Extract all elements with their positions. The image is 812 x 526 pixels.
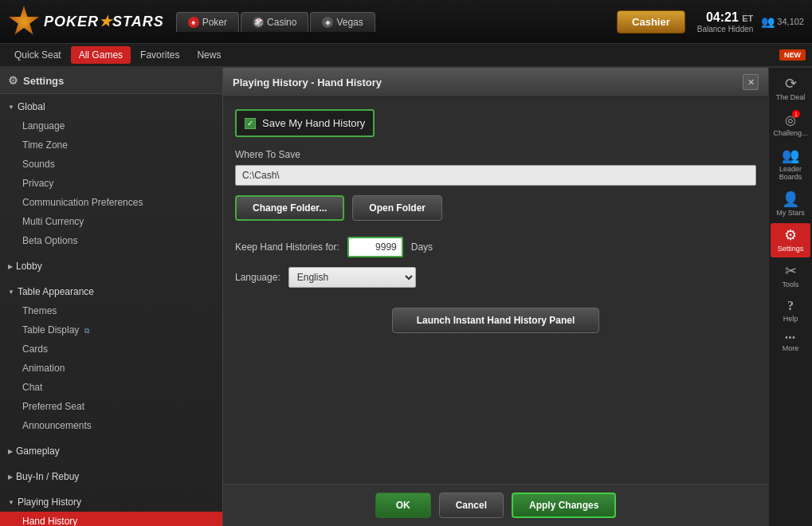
- ok-button[interactable]: OK: [375, 493, 431, 518]
- settings-sidebar: ⚙ Settings ▼ Global Language Time Zone S…: [0, 68, 223, 526]
- save-path-input[interactable]: [235, 165, 756, 186]
- settings-icon: ⚙: [784, 228, 797, 242]
- launch-btn-container: Launch Instant Hand History Panel: [235, 300, 756, 333]
- right-item-settings[interactable]: ⚙ Settings: [771, 223, 810, 257]
- apply-changes-button[interactable]: Apply Changes: [512, 493, 616, 518]
- content-title: Playing History - Hand History: [233, 77, 382, 88]
- sidebar-title: ⚙ Settings: [0, 68, 222, 94]
- nav-bar: Quick Seat All Games Favorites News NEW: [0, 44, 812, 68]
- sidebar-item-animation[interactable]: Animation: [0, 359, 222, 378]
- casino-icon: 🎲: [253, 17, 264, 28]
- arrow-icon: ▼: [8, 499, 14, 506]
- clock-display: 04:21 ET: [706, 10, 753, 25]
- sidebar-item-tabledisplay[interactable]: Table Display ⧉: [0, 320, 222, 340]
- sidebar-item-announcements[interactable]: Announcements: [0, 416, 222, 435]
- cancel-button[interactable]: Cancel: [439, 493, 504, 518]
- right-sidebar: ⟳ The Deal ◎ 1 Challeng... 👥 Leader Boar…: [768, 68, 812, 526]
- challenge-icon: ◎ 1: [785, 112, 796, 127]
- language-label: Language:: [235, 272, 280, 283]
- sidebar-section-buyin: ▶ Buy-In / Rebuy: [0, 464, 222, 489]
- main-layout: ⚙ Settings ▼ Global Language Time Zone S…: [0, 68, 812, 526]
- right-item-more[interactable]: ••• More: [771, 329, 810, 357]
- sidebar-item-multicurrency[interactable]: Multi Currency: [0, 212, 222, 231]
- keep-histories-label: Keep Hand Histories for:: [235, 241, 339, 253]
- right-item-challenge[interactable]: ◎ 1 Challeng...: [771, 108, 810, 142]
- sidebar-section-lobby: ▶ Lobby: [0, 253, 222, 279]
- nav-all-games[interactable]: All Games: [71, 46, 131, 64]
- new-badge: NEW: [779, 49, 806, 61]
- sidebar-section-global: ▼ Global Language Time Zone Sounds Priva…: [0, 94, 222, 253]
- arrow-icon: ▶: [8, 448, 13, 455]
- sidebar-item-betaoptions[interactable]: Beta Options: [0, 231, 222, 250]
- sidebar-item-preferredseat[interactable]: Preferred Seat: [0, 397, 222, 416]
- arrow-icon: ▶: [8, 263, 13, 270]
- right-item-leaderboards[interactable]: 👥 Leader Boards: [771, 143, 810, 186]
- content-body: ✓ Save My Hand History Where To Save Cha…: [223, 97, 768, 484]
- keep-days-input[interactable]: [347, 237, 403, 257]
- sidebar-item-themes[interactable]: Themes: [0, 301, 222, 320]
- sidebar-group-gameplay[interactable]: ▶ Gameplay: [0, 442, 222, 461]
- right-item-tools[interactable]: ✂ Tools: [771, 259, 810, 293]
- launch-instant-panel-button[interactable]: Launch Instant Hand History Panel: [392, 308, 600, 333]
- open-folder-button[interactable]: Open Folder: [352, 195, 442, 221]
- top-bar: POKER★STARS ♠ Poker 🎲 Casino ◈ Vegas Cas…: [0, 0, 812, 44]
- folder-buttons-row: Change Folder... Open Folder: [235, 195, 756, 221]
- save-history-label: Save My Hand History: [262, 117, 365, 129]
- right-item-mystars[interactable]: 👤 My Stars: [771, 187, 810, 222]
- nav-quick-seat[interactable]: Quick Seat: [6, 46, 69, 64]
- language-select[interactable]: English French German Spanish: [288, 267, 416, 288]
- copy-icon: ⧉: [84, 327, 89, 335]
- sidebar-item-timezone[interactable]: Time Zone: [0, 135, 222, 155]
- sidebar-item-privacy[interactable]: Privacy: [0, 174, 222, 193]
- right-item-thedeal[interactable]: ⟳ The Deal: [771, 72, 810, 106]
- balance-label: Balance Hidden: [697, 25, 754, 33]
- where-to-save-label: Where To Save: [235, 149, 756, 160]
- sidebar-section-tableappearance: ▼ Table Appearance Themes Table Display …: [0, 279, 222, 438]
- sidebar-group-playinghistory[interactable]: ▼ Playing History: [0, 493, 222, 512]
- sidebar-group-tableappearance[interactable]: ▼ Table Appearance: [0, 282, 222, 301]
- mystars-icon: 👤: [782, 192, 799, 206]
- sidebar-group-global[interactable]: ▼ Global: [0, 97, 222, 116]
- sidebar-item-communication[interactable]: Communication Preferences: [0, 193, 222, 212]
- sidebar-item-sounds[interactable]: Sounds: [0, 155, 222, 174]
- top-right-info: 04:21 ET Balance Hidden: [697, 10, 754, 33]
- content-header: Playing History - Hand History ✕: [223, 68, 768, 97]
- tab-poker[interactable]: ♠ Poker: [176, 12, 239, 32]
- tools-icon: ✂: [785, 264, 797, 278]
- keep-histories-row: Keep Hand Histories for: Days: [235, 237, 756, 257]
- logo: POKER★STARS: [8, 6, 164, 37]
- sidebar-section-playinghistory: ▼ Playing History Hand History Tournamen…: [0, 489, 222, 526]
- tab-casino[interactable]: 🎲 Casino: [241, 12, 308, 32]
- right-item-help[interactable]: ? Help: [771, 295, 810, 328]
- sidebar-item-language[interactable]: Language: [0, 116, 222, 135]
- arrow-icon: ▼: [8, 104, 14, 111]
- content-footer: OK Cancel Apply Changes: [223, 484, 768, 526]
- logo-text: POKER★STARS: [44, 13, 164, 30]
- change-folder-button[interactable]: Change Folder...: [235, 195, 344, 221]
- close-button[interactable]: ✕: [743, 74, 759, 90]
- content-panel: Playing History - Hand History ✕ ✓ Save …: [223, 68, 768, 526]
- sidebar-item-chat[interactable]: Chat: [0, 378, 222, 397]
- deal-icon: ⟳: [785, 77, 797, 91]
- sidebar-section-gameplay: ▶ Gameplay: [0, 438, 222, 464]
- players-icon: 👥: [761, 15, 775, 28]
- sidebar-item-handhistory[interactable]: Hand History: [0, 512, 222, 526]
- save-hand-history-checkbox-row: ✓ Save My Hand History: [235, 109, 375, 137]
- nav-news[interactable]: News: [189, 46, 229, 64]
- leaderboards-icon: 👥: [782, 148, 799, 163]
- more-icon: •••: [785, 334, 796, 342]
- tab-vegas[interactable]: ◈ Vegas: [310, 12, 375, 32]
- gear-icon: ⚙: [8, 74, 18, 87]
- save-history-checkbox[interactable]: ✓: [245, 118, 256, 129]
- player-count: 👥 34,102: [761, 15, 804, 28]
- nav-favorites[interactable]: Favorites: [132, 46, 187, 64]
- language-row: Language: English French German Spanish: [235, 267, 756, 288]
- sidebar-item-cards[interactable]: Cards: [0, 340, 222, 359]
- vegas-icon: ◈: [322, 17, 333, 28]
- top-nav-tabs: ♠ Poker 🎲 Casino ◈ Vegas: [176, 12, 375, 32]
- days-label: Days: [411, 241, 433, 253]
- sidebar-group-buyin[interactable]: ▶ Buy-In / Rebuy: [0, 467, 222, 486]
- cashier-button[interactable]: Cashier: [617, 10, 685, 33]
- sidebar-group-lobby[interactable]: ▶ Lobby: [0, 257, 222, 276]
- poker-icon: ♠: [188, 17, 199, 28]
